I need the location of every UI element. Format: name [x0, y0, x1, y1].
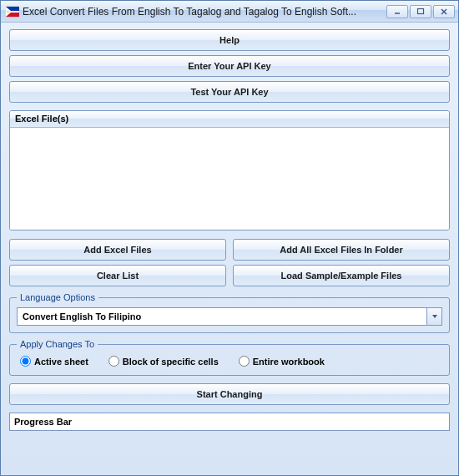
radio-entire-workbook-input[interactable] — [239, 356, 250, 367]
titlebar: Excel Convert Files From English To Taga… — [1, 1, 458, 23]
file-list-container: Excel File(s) — [9, 110, 450, 230]
clear-list-button[interactable]: Clear List — [9, 265, 226, 286]
minimize-button[interactable] — [386, 5, 408, 18]
progress-label: Progress Bar — [14, 417, 72, 427]
language-options-group: Language Options Convert English To Fili… — [9, 292, 450, 333]
app-window: Excel Convert Files From English To Taga… — [0, 0, 459, 476]
file-buttons-row-2: Clear List Load Sample/Example Files — [9, 265, 450, 286]
enter-api-key-button[interactable]: Enter Your API Key — [9, 55, 450, 77]
help-button[interactable]: Help — [9, 29, 450, 51]
apply-radio-group: Active sheet Block of specific cells Ent… — [17, 354, 442, 368]
add-all-folder-button[interactable]: Add All Excel Files In Folder — [233, 239, 450, 261]
add-excel-files-button[interactable]: Add Excel Files — [9, 239, 226, 261]
radio-active-sheet[interactable]: Active sheet — [20, 356, 88, 367]
load-sample-button[interactable]: Load Sample/Example Files — [233, 265, 450, 286]
language-combo[interactable]: Convert English To Filipino — [17, 307, 442, 326]
maximize-button[interactable] — [410, 5, 431, 18]
apply-changes-group: Apply Changes To Active sheet Block of s… — [9, 339, 450, 376]
radio-block-cells-input[interactable] — [108, 356, 119, 367]
radio-active-sheet-label: Active sheet — [34, 357, 88, 367]
file-list-header: Excel File(s) — [10, 111, 449, 128]
radio-active-sheet-input[interactable] — [20, 356, 31, 367]
close-button[interactable] — [433, 5, 455, 18]
window-title: Excel Convert Files From English To Taga… — [23, 6, 386, 18]
language-combo-value: Convert English To Filipino — [23, 311, 141, 322]
window-controls — [386, 5, 455, 18]
file-buttons-row-1: Add Excel Files Add All Excel Files In F… — [9, 239, 450, 261]
language-options-legend: Language Options — [17, 292, 98, 302]
progress-bar: Progress Bar — [9, 413, 450, 431]
radio-entire-workbook[interactable]: Entire workbook — [239, 356, 325, 367]
svg-marker-9 — [432, 315, 437, 318]
app-icon — [6, 5, 19, 18]
radio-entire-workbook-label: Entire workbook — [253, 357, 325, 367]
test-api-key-button[interactable]: Test Your API Key — [9, 81, 450, 103]
start-changing-button[interactable]: Start Changing — [9, 383, 450, 405]
radio-block-cells-label: Block of specific cells — [123, 357, 219, 367]
svg-point-4 — [7, 10, 8, 12]
client-area: Help Enter Your API Key Test Your API Ke… — [1, 23, 458, 475]
apply-changes-legend: Apply Changes To — [17, 339, 98, 349]
file-list[interactable] — [10, 128, 449, 230]
svg-rect-6 — [418, 8, 424, 13]
chevron-down-icon — [426, 308, 441, 325]
radio-block-cells[interactable]: Block of specific cells — [108, 356, 219, 367]
